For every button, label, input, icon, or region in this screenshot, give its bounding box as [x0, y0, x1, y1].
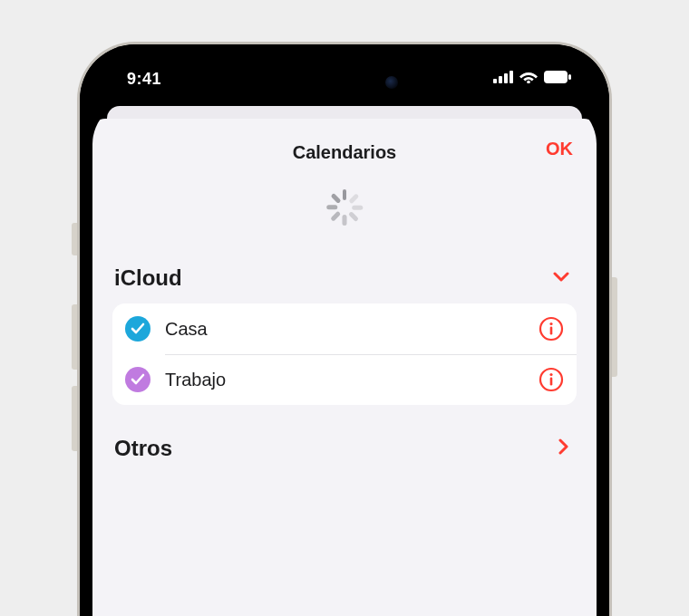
svg-rect-6 — [568, 74, 571, 80]
chevron-right-icon — [558, 438, 569, 458]
svg-point-11 — [549, 373, 552, 376]
svg-rect-3 — [509, 71, 513, 83]
calendar-label: Trabajo — [165, 370, 524, 390]
battery-icon — [544, 71, 571, 87]
cellular-signal-icon — [493, 71, 513, 87]
svg-rect-5 — [544, 71, 568, 83]
status-time: 9:41 — [127, 70, 161, 89]
section-header-icloud[interactable]: iCloud — [112, 253, 577, 303]
info-icon[interactable] — [539, 367, 564, 392]
sheet-title: Calendarios — [293, 142, 396, 163]
svg-rect-9 — [550, 327, 553, 335]
checkmark-icon[interactable] — [125, 367, 150, 392]
calendar-row-trabajo[interactable]: Trabajo — [112, 354, 577, 405]
info-icon[interactable] — [539, 316, 564, 342]
screen: Calendarios OK — [92, 101, 597, 616]
calendar-label: Casa — [165, 319, 524, 340]
calendars-sheet: Calendarios OK — [92, 119, 597, 616]
wifi-icon — [519, 71, 538, 87]
section-header-otros[interactable]: Otros — [112, 423, 577, 474]
section-title-icloud: iCloud — [114, 265, 182, 291]
calendar-row-casa[interactable]: Casa — [112, 303, 577, 354]
sheet-header: Calendarios OK — [112, 139, 577, 166]
checkmark-icon[interactable] — [125, 316, 150, 342]
svg-point-4 — [527, 81, 530, 83]
loading-spinner — [112, 166, 577, 253]
section-title-otros: Otros — [114, 436, 172, 461]
front-camera — [385, 76, 398, 89]
svg-point-8 — [549, 322, 552, 325]
dynamic-island — [282, 64, 407, 101]
svg-rect-1 — [499, 76, 502, 83]
icloud-calendar-list: Casa — [112, 303, 577, 405]
chevron-down-icon — [553, 270, 569, 286]
svg-rect-0 — [493, 79, 497, 83]
status-icons — [493, 71, 571, 87]
ok-button[interactable]: OK — [546, 139, 573, 159]
svg-rect-2 — [504, 73, 508, 83]
svg-rect-12 — [550, 378, 553, 386]
status-bar: 9:41 — [92, 57, 597, 101]
phone-device-frame: 9:41 — [77, 42, 612, 616]
